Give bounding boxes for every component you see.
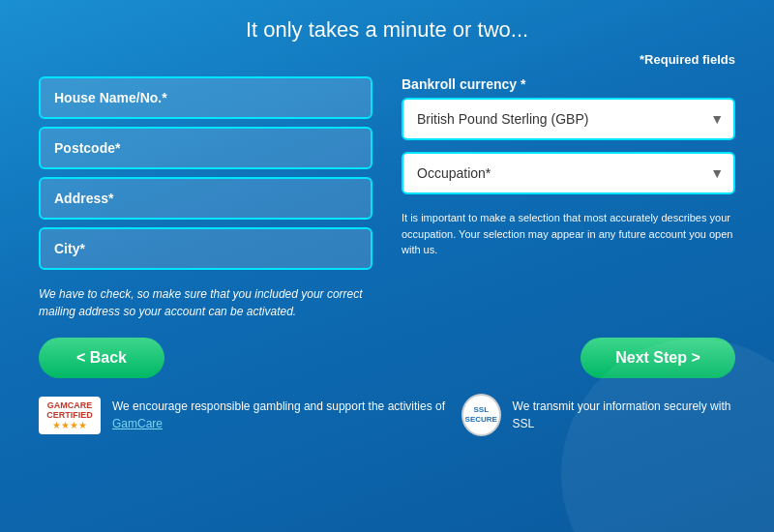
form-area: We have to check, so make sure that you …: [0, 76, 774, 320]
footer-right: SSL SECURE We transmit your information …: [461, 394, 735, 436]
ssl-line2: SECURE: [465, 415, 497, 425]
buttons-row: < Back Next Step >: [0, 320, 774, 378]
ssl-badge: SSL SECURE: [461, 394, 501, 436]
address-note: We have to check, so make sure that you …: [39, 285, 372, 320]
house-name-input[interactable]: [39, 76, 372, 119]
right-column: Bankroll currency * British Pound Sterli…: [402, 76, 735, 320]
occupation-note: It is important to make a selection that…: [402, 210, 735, 258]
gamcare-text-bottom: CERTIFIED: [46, 410, 93, 420]
currency-select[interactable]: British Pound Sterling (GBP) US Dollar (…: [402, 98, 735, 140]
occupation-select-wrapper: Occupation* Employed Self-Employed Stude…: [402, 152, 735, 194]
gamcare-footer-text: We encourage responsible gambling and su…: [112, 398, 461, 432]
currency-label: Bankroll currency *: [402, 76, 735, 92]
currency-select-wrapper: British Pound Sterling (GBP) US Dollar (…: [402, 98, 735, 140]
gamcare-text-top: GAMCARE: [47, 400, 93, 410]
footer: GAMCARE CERTIFIED ★★★★ We encourage resp…: [0, 378, 774, 436]
left-column: We have to check, so make sure that you …: [39, 76, 372, 320]
back-button[interactable]: < Back: [39, 338, 164, 378]
city-input[interactable]: [39, 227, 372, 270]
required-note: *Required fields: [0, 52, 774, 67]
postcode-input[interactable]: [39, 127, 372, 169]
occupation-select[interactable]: Occupation* Employed Self-Employed Stude…: [402, 152, 735, 194]
gamcare-stars: ★★★★: [52, 420, 87, 430]
gamcare-link[interactable]: GamCare: [112, 417, 163, 430]
footer-left: GAMCARE CERTIFIED ★★★★ We encourage resp…: [39, 397, 461, 434]
next-step-button[interactable]: Next Step >: [580, 338, 735, 378]
ssl-line1: SSL: [473, 405, 489, 415]
address-input[interactable]: [39, 177, 372, 220]
gamcare-badge: GAMCARE CERTIFIED ★★★★: [39, 397, 101, 434]
page-title: It only takes a minute or two...: [0, 0, 774, 52]
ssl-footer-text: We transmit your information securely wi…: [513, 398, 735, 432]
